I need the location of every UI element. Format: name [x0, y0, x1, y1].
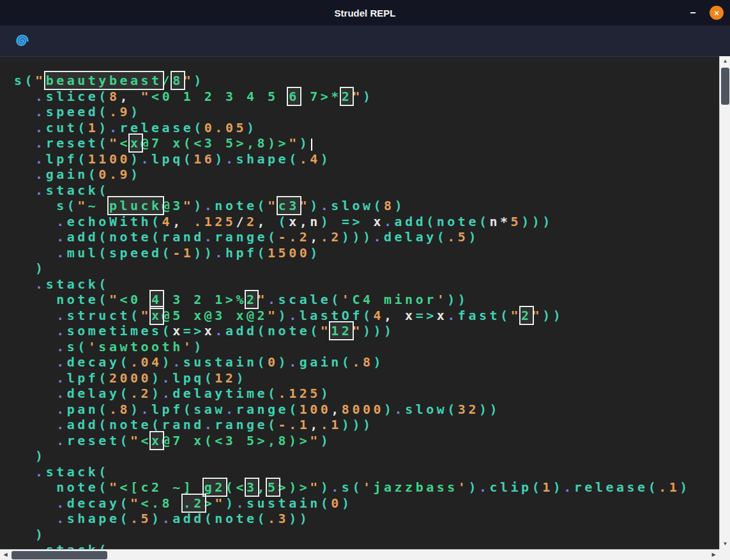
code-token: ( [119, 386, 130, 401]
code-token: . [35, 464, 46, 480]
code-token: ) [310, 245, 321, 261]
code-token: n [310, 214, 321, 229]
code-token: ) [468, 480, 479, 495]
code-token: . [447, 308, 458, 323]
highlighted-token: beautybeast [46, 73, 162, 88]
code-token: stack [46, 183, 99, 198]
scroll-down-icon[interactable]: ▼ [720, 539, 730, 549]
code-token: ~ [88, 198, 109, 213]
code-token: ( [119, 511, 130, 526]
code-token: ( [162, 245, 173, 261]
code-token: " [141, 308, 152, 323]
code-token: add [225, 323, 257, 338]
code-token [14, 261, 35, 276]
highlighted-token: c3 [278, 198, 300, 213]
code-line: .cut(1).release(0.05) [14, 120, 719, 136]
code-token: / [236, 214, 247, 229]
horizontal-scrollbar-thumb[interactable] [11, 551, 107, 559]
code-token: ( [194, 120, 204, 135]
code-token: . [225, 402, 236, 417]
code-token: ( [98, 104, 109, 119]
code-token: 4 [162, 214, 173, 229]
code-token: .125 [194, 214, 236, 229]
highlighted-token: 5 [268, 480, 278, 495]
code-token: ) [553, 480, 564, 495]
code-token: ' [342, 292, 353, 307]
minimize-button[interactable]: – [687, 7, 699, 19]
code-token: ) [342, 496, 353, 511]
code-token: ( [98, 417, 109, 432]
code-token [14, 433, 56, 448]
code-token: clip [489, 480, 531, 495]
code-token: ( [268, 229, 278, 245]
code-token: ) [680, 480, 690, 495]
code-token: ( [98, 135, 109, 151]
code-token: * [500, 214, 511, 229]
code-token: shape [67, 511, 120, 526]
code-token: struct [67, 308, 130, 323]
code-token: . [479, 480, 490, 495]
code-token: ( [98, 402, 109, 417]
code-token: 5 [511, 214, 522, 229]
code-token: " [130, 433, 141, 448]
code-token: ) [35, 448, 46, 464]
scroll-left-icon[interactable]: ◀ [0, 550, 11, 560]
code-token: note [56, 480, 98, 495]
code-token [14, 448, 35, 464]
highlighted-token: 6 [289, 89, 300, 104]
code-token: . [289, 354, 300, 370]
code-token: . [56, 417, 67, 432]
vertical-scrollbar-thumb[interactable] [721, 68, 729, 105]
code-token: ( [278, 214, 289, 229]
code-token [14, 167, 35, 182]
code-token: ) [194, 198, 204, 213]
code-token: , [384, 308, 405, 323]
code-token: .8 [352, 354, 373, 370]
close-button[interactable]: × [710, 6, 724, 20]
code-token: )) [289, 511, 310, 526]
code-token: ) [151, 386, 162, 401]
code-token: saw [194, 402, 225, 417]
scroll-up-icon[interactable]: ▲ [720, 56, 730, 66]
code-token: 32 [458, 402, 479, 417]
horizontal-scrollbar[interactable]: ◀ ▶ [0, 549, 719, 560]
code-token: " [268, 308, 278, 323]
code-token [14, 464, 35, 480]
code-token: 12 [215, 370, 236, 386]
code-token: . [225, 151, 236, 167]
code-token: ) [130, 151, 141, 167]
code-token: range [236, 402, 289, 417]
strudel-logo-icon[interactable] [13, 31, 32, 50]
code-token: ) [35, 261, 46, 276]
code-token: mul [67, 245, 99, 261]
vertical-scrollbar[interactable]: ▲ ▼ [719, 56, 730, 549]
code-token: ( [321, 496, 331, 511]
code-token: .2 [321, 229, 342, 245]
code-token: => [342, 214, 363, 229]
code-token: hpf [225, 245, 257, 261]
titlebar[interactable]: Strudel REPL – × [0, 0, 730, 26]
code-token: ( [98, 480, 109, 495]
code-token: -.1 [278, 417, 310, 432]
code-token: ' [437, 292, 448, 307]
scroll-right-icon[interactable]: ▶ [708, 550, 719, 560]
code-token: decay [67, 496, 120, 511]
code-token [14, 89, 35, 104]
code-token [14, 323, 56, 338]
code-token: range [215, 229, 268, 245]
code-token: gain [300, 354, 342, 370]
code-token: => [183, 323, 204, 338]
code-area[interactable]: s("beautybeast/8") .slice(8, "<0 1 2 3 4… [0, 56, 719, 549]
code-token: , [119, 89, 141, 104]
code-token: ( [67, 198, 78, 213]
code-token: ( [426, 214, 437, 229]
code-line: .stack( [14, 183, 719, 199]
code-token: x [405, 308, 416, 323]
code-token: > [204, 496, 215, 511]
code-token: . [35, 135, 46, 151]
code-token: ( [352, 480, 363, 495]
code-token: ) [151, 370, 162, 386]
code-token: ) [215, 151, 225, 167]
code-token: jazzbass [374, 480, 458, 495]
code-token: n [490, 214, 501, 229]
